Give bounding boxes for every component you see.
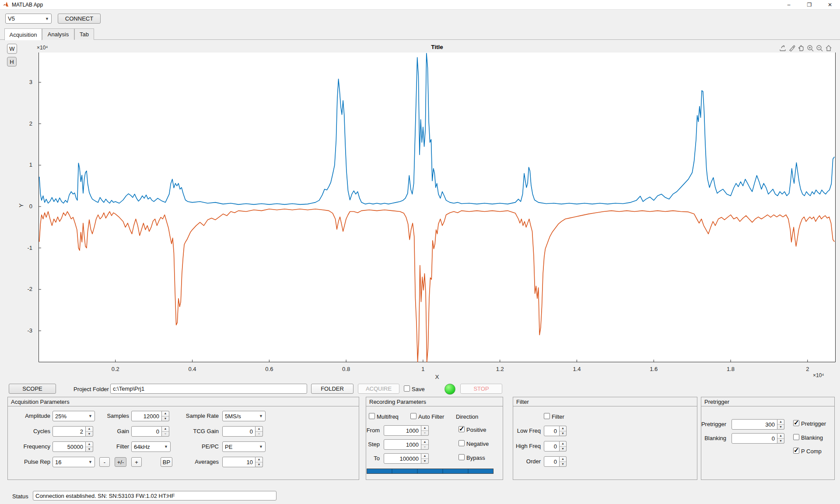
x-tick-label: 1.2: [496, 366, 504, 372]
recording-parameters-title: Recording Parameters: [366, 397, 503, 406]
negative-label: Negative: [466, 441, 489, 447]
plus-button[interactable]: +: [131, 457, 142, 467]
low-freq-spinner[interactable]: ▲▼: [560, 426, 567, 436]
folder-button[interactable]: FOLDER: [311, 384, 354, 394]
scope-button[interactable]: SCOPE: [9, 384, 56, 394]
positive-label: Positive: [466, 427, 486, 433]
multifreq-checkbox[interactable]: [369, 413, 375, 419]
minus-button[interactable]: -: [99, 457, 110, 467]
spin-down-icon: ▼: [560, 462, 566, 467]
spin-down-icon: ▼: [162, 431, 169, 437]
samples-label: Samples: [85, 413, 129, 419]
stop-button[interactable]: STOP: [460, 384, 502, 394]
acquisition-parameters-panel: Acquisition Parameters: [7, 397, 359, 480]
from-spinner[interactable]: ▲▼: [421, 425, 429, 436]
restore-button[interactable]: ❐: [802, 0, 817, 10]
direction-label: Direction: [456, 413, 478, 420]
status-message: Connection established. SN: SN:53103 FW:…: [33, 491, 276, 500]
frequency-input[interactable]: 50000: [52, 441, 86, 452]
order-label: Order: [497, 458, 541, 465]
status-lamp: [444, 384, 455, 395]
spin-up-icon: ▲: [421, 426, 428, 430]
project-folder-label: Project Folder: [74, 386, 109, 392]
connect-button[interactable]: CONNECT: [58, 14, 101, 24]
acquisition-parameters-title: Acquisition Parameters: [8, 397, 359, 406]
pulse-rep-label: Pulse Rep: [7, 458, 50, 465]
blanking-spinner[interactable]: ▲▼: [777, 433, 784, 444]
averages-label: Averages: [171, 458, 219, 465]
step-spinner[interactable]: ▲▼: [421, 439, 429, 450]
save-checkbox[interactable]: [404, 385, 410, 392]
samples-spinner[interactable]: ▲▼: [162, 411, 169, 421]
bypass-checkbox[interactable]: [458, 454, 465, 460]
high-freq-spinner[interactable]: ▲▼: [560, 441, 567, 452]
tab-acquisition[interactable]: Acquisition: [4, 28, 42, 40]
y-tick-label: 1: [29, 161, 32, 168]
pepc-dropdown[interactable]: PE▼: [222, 441, 266, 452]
close-button[interactable]: ✕: [822, 0, 837, 10]
auto-filter-checkbox[interactable]: [410, 413, 416, 419]
pcomp-checkbox[interactable]: [793, 448, 799, 454]
spin-down-icon: ▼: [560, 431, 566, 436]
amplitude-label: Amplitude: [7, 413, 50, 419]
negative-trace: [39, 209, 835, 362]
chevron-down-icon: ▼: [88, 460, 92, 464]
cycles-input[interactable]: 2: [52, 426, 86, 437]
samples-input[interactable]: 12000: [131, 411, 162, 421]
waveform-plot[interactable]: [38, 52, 836, 362]
tcg-gain-label: TCG Gain: [171, 428, 219, 434]
blanking-checkbox[interactable]: [793, 434, 799, 440]
plus-minus-button[interactable]: +/-: [115, 457, 126, 467]
pretrigger-spinner[interactable]: ▲▼: [777, 419, 784, 430]
from-input[interactable]: 1000: [384, 425, 421, 436]
sample-rate-dropdown[interactable]: 5MS/s▼: [222, 411, 266, 421]
tcg-gain-input[interactable]: 0: [222, 426, 256, 437]
filter-checkbox[interactable]: [544, 413, 550, 419]
brush-icon[interactable]: [788, 44, 796, 52]
zoom-out-icon[interactable]: [816, 44, 823, 52]
high-freq-label: High Freq: [497, 443, 541, 449]
order-spinner[interactable]: ▲▼: [560, 456, 567, 467]
positive-checkbox[interactable]: [458, 426, 465, 432]
save-label: Save: [412, 386, 425, 392]
order-input[interactable]: 0: [544, 456, 560, 467]
pretrigger-input[interactable]: 300: [732, 419, 777, 430]
pretrigger-checkbox[interactable]: [793, 420, 799, 426]
home-icon[interactable]: [825, 44, 833, 52]
spin-up-icon: ▲: [560, 441, 566, 446]
pretrigger-panel-title: Pretrigger: [701, 397, 834, 406]
acquire-button[interactable]: ACQUIRE: [358, 384, 399, 394]
blanking-checkbox-label: Blanking: [801, 434, 823, 441]
minimize-button[interactable]: –: [781, 0, 796, 10]
y-tick-labels: -3-2-10123: [0, 52, 36, 362]
x-tick-label: 0.8: [342, 366, 350, 372]
filter-dropdown[interactable]: 64kHz▼: [131, 441, 171, 452]
to-spinner[interactable]: ▲▼: [421, 453, 429, 464]
step-input[interactable]: 1000: [384, 439, 421, 450]
to-input[interactable]: 100000: [384, 453, 421, 464]
project-folder-input[interactable]: c:\Temp\Prj1: [110, 384, 307, 394]
high-freq-input[interactable]: 0: [544, 441, 560, 452]
spin-up-icon: ▲: [162, 411, 169, 416]
negative-checkbox[interactable]: [458, 440, 465, 446]
averages-input[interactable]: 10: [222, 457, 256, 467]
averages-spinner[interactable]: ▲▼: [256, 457, 263, 467]
gain-spinner[interactable]: ▲▼: [162, 426, 169, 437]
x-tick-label: 1.8: [727, 366, 735, 372]
blanking-input[interactable]: 0: [732, 433, 777, 444]
tcg-gain-spinner[interactable]: ▲▼: [256, 426, 263, 437]
version-dropdown[interactable]: V5 ▼: [5, 14, 52, 24]
export-icon[interactable]: [779, 44, 787, 52]
x-tick-label: 0.6: [265, 366, 273, 372]
pan-icon[interactable]: [797, 44, 805, 52]
pulse-rep-dropdown[interactable]: 16▼: [52, 457, 95, 467]
spin-up-icon: ▲: [777, 420, 784, 424]
gain-input[interactable]: 0: [131, 426, 162, 437]
y-tick-label: -1: [27, 245, 32, 251]
zoom-in-icon[interactable]: [806, 44, 814, 52]
matlab-logo-icon: [3, 1, 9, 8]
low-freq-input[interactable]: 0: [544, 426, 560, 436]
tab-tab[interactable]: Tab: [74, 28, 94, 40]
x-tick-label: 1: [421, 366, 424, 372]
tab-analysis[interactable]: Analysis: [42, 28, 74, 40]
